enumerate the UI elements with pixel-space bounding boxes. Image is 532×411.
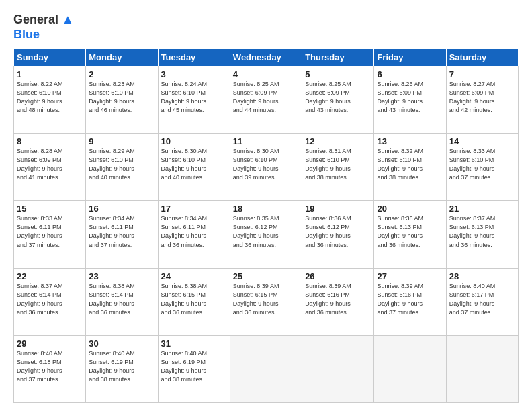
day-number: 3 — [161, 69, 227, 79]
day-info: Sunrise: 8:34 AM Sunset: 6:11 PM Dayligh… — [161, 214, 227, 249]
day-number: 8 — [17, 136, 83, 146]
calendar-cell: 16Sunrise: 8:34 AM Sunset: 6:11 PM Dayli… — [86, 201, 158, 268]
day-info: Sunrise: 8:30 AM Sunset: 6:10 PM Dayligh… — [233, 147, 299, 182]
day-number: 24 — [161, 271, 227, 281]
calendar-cell — [446, 335, 518, 402]
calendar-cell: 5Sunrise: 8:25 AM Sunset: 6:09 PM Daylig… — [302, 66, 374, 134]
day-number: 6 — [377, 69, 443, 79]
day-info: Sunrise: 8:36 AM Sunset: 6:12 PM Dayligh… — [305, 214, 371, 249]
day-info: Sunrise: 8:40 AM Sunset: 6:19 PM Dayligh… — [161, 349, 227, 384]
day-number: 4 — [233, 69, 299, 79]
day-info: Sunrise: 8:36 AM Sunset: 6:13 PM Dayligh… — [377, 214, 443, 249]
calendar-cell: 20Sunrise: 8:36 AM Sunset: 6:13 PM Dayli… — [374, 201, 446, 268]
weekday-header-tuesday: Tuesday — [158, 49, 230, 66]
calendar-cell: 10Sunrise: 8:30 AM Sunset: 6:10 PM Dayli… — [158, 134, 230, 201]
calendar-cell: 1Sunrise: 8:22 AM Sunset: 6:10 PM Daylig… — [14, 66, 86, 134]
calendar-cell: 6Sunrise: 8:26 AM Sunset: 6:09 PM Daylig… — [374, 66, 446, 134]
calendar-cell — [302, 335, 374, 402]
day-info: Sunrise: 8:23 AM Sunset: 6:10 PM Dayligh… — [89, 80, 154, 115]
day-info: Sunrise: 8:39 AM Sunset: 6:16 PM Dayligh… — [377, 282, 443, 317]
day-info: Sunrise: 8:31 AM Sunset: 6:10 PM Dayligh… — [305, 147, 371, 182]
calendar-cell: 23Sunrise: 8:38 AM Sunset: 6:14 PM Dayli… — [86, 268, 158, 335]
day-number: 29 — [17, 338, 83, 349]
logo-text: General — [13, 13, 58, 27]
logo-blue-text: Blue — [13, 28, 40, 42]
day-info: Sunrise: 8:37 AM Sunset: 6:13 PM Dayligh… — [449, 214, 515, 249]
calendar-cell — [374, 335, 446, 402]
day-number: 18 — [233, 203, 299, 214]
calendar-cell: 18Sunrise: 8:35 AM Sunset: 6:12 PM Dayli… — [230, 201, 302, 268]
calendar-cell: 9Sunrise: 8:29 AM Sunset: 6:10 PM Daylig… — [86, 134, 158, 201]
calendar-table: SundayMondayTuesdayWednesdayThursdayFrid… — [13, 48, 519, 403]
calendar-cell: 21Sunrise: 8:37 AM Sunset: 6:13 PM Dayli… — [446, 201, 518, 268]
day-info: Sunrise: 8:25 AM Sunset: 6:09 PM Dayligh… — [233, 80, 299, 115]
calendar-cell: 31Sunrise: 8:40 AM Sunset: 6:19 PM Dayli… — [158, 335, 230, 402]
calendar-cell: 7Sunrise: 8:27 AM Sunset: 6:09 PM Daylig… — [446, 66, 518, 134]
day-number: 12 — [305, 136, 371, 146]
day-number: 19 — [305, 203, 371, 214]
calendar-cell: 24Sunrise: 8:38 AM Sunset: 6:15 PM Dayli… — [158, 268, 230, 335]
day-info: Sunrise: 8:40 AM Sunset: 6:18 PM Dayligh… — [17, 349, 83, 384]
calendar-cell: 27Sunrise: 8:39 AM Sunset: 6:16 PM Dayli… — [374, 268, 446, 335]
day-info: Sunrise: 8:39 AM Sunset: 6:15 PM Dayligh… — [233, 282, 299, 317]
calendar-week-row: 22Sunrise: 8:37 AM Sunset: 6:14 PM Dayli… — [14, 268, 519, 335]
calendar-cell: 26Sunrise: 8:39 AM Sunset: 6:16 PM Dayli… — [302, 268, 374, 335]
day-info: Sunrise: 8:27 AM Sunset: 6:09 PM Dayligh… — [449, 80, 515, 115]
day-info: Sunrise: 8:40 AM Sunset: 6:17 PM Dayligh… — [449, 282, 515, 317]
day-number: 31 — [161, 338, 227, 349]
day-info: Sunrise: 8:28 AM Sunset: 6:09 PM Dayligh… — [17, 147, 83, 182]
day-info: Sunrise: 8:24 AM Sunset: 6:10 PM Dayligh… — [161, 80, 227, 115]
day-number: 30 — [89, 338, 154, 349]
day-info: Sunrise: 8:26 AM Sunset: 6:09 PM Dayligh… — [377, 80, 443, 115]
weekday-header-friday: Friday — [374, 49, 446, 66]
calendar-cell: 25Sunrise: 8:39 AM Sunset: 6:15 PM Dayli… — [230, 268, 302, 335]
day-info: Sunrise: 8:22 AM Sunset: 6:10 PM Dayligh… — [17, 80, 83, 115]
calendar-cell: 17Sunrise: 8:34 AM Sunset: 6:11 PM Dayli… — [158, 201, 230, 268]
day-number: 20 — [377, 203, 443, 214]
day-info: Sunrise: 8:30 AM Sunset: 6:10 PM Dayligh… — [161, 147, 227, 182]
day-number: 1 — [17, 69, 83, 79]
day-number: 2 — [89, 69, 154, 79]
day-info: Sunrise: 8:38 AM Sunset: 6:14 PM Dayligh… — [89, 282, 154, 317]
weekday-header-sunday: Sunday — [14, 49, 86, 66]
day-info: Sunrise: 8:38 AM Sunset: 6:15 PM Dayligh… — [161, 282, 227, 317]
calendar-cell: 8Sunrise: 8:28 AM Sunset: 6:09 PM Daylig… — [14, 134, 86, 201]
day-number: 7 — [449, 69, 515, 79]
day-info: Sunrise: 8:29 AM Sunset: 6:10 PM Dayligh… — [89, 147, 154, 182]
logo-bird-icon: ▲ — [61, 12, 75, 28]
calendar-cell: 3Sunrise: 8:24 AM Sunset: 6:10 PM Daylig… — [158, 66, 230, 134]
calendar-cell: 11Sunrise: 8:30 AM Sunset: 6:10 PM Dayli… — [230, 134, 302, 201]
day-number: 11 — [233, 136, 299, 146]
calendar-cell: 15Sunrise: 8:33 AM Sunset: 6:11 PM Dayli… — [14, 201, 86, 268]
day-info: Sunrise: 8:39 AM Sunset: 6:16 PM Dayligh… — [305, 282, 371, 317]
day-info: Sunrise: 8:32 AM Sunset: 6:10 PM Dayligh… — [377, 147, 443, 182]
day-number: 5 — [305, 69, 371, 79]
weekday-header-row: SundayMondayTuesdayWednesdayThursdayFrid… — [14, 49, 519, 66]
day-number: 14 — [449, 136, 515, 146]
day-number: 17 — [161, 203, 227, 214]
calendar-week-row: 1Sunrise: 8:22 AM Sunset: 6:10 PM Daylig… — [14, 66, 519, 134]
calendar-cell: 29Sunrise: 8:40 AM Sunset: 6:18 PM Dayli… — [14, 335, 86, 402]
calendar-cell — [230, 335, 302, 402]
calendar-body: 1Sunrise: 8:22 AM Sunset: 6:10 PM Daylig… — [14, 66, 519, 403]
day-info: Sunrise: 8:35 AM Sunset: 6:12 PM Dayligh… — [233, 214, 299, 249]
weekday-header-thursday: Thursday — [302, 49, 374, 66]
day-info: Sunrise: 8:34 AM Sunset: 6:11 PM Dayligh… — [89, 214, 154, 249]
day-number: 23 — [89, 271, 154, 281]
calendar-cell: 2Sunrise: 8:23 AM Sunset: 6:10 PM Daylig… — [86, 66, 158, 134]
calendar-cell: 19Sunrise: 8:36 AM Sunset: 6:12 PM Dayli… — [302, 201, 374, 268]
calendar-cell: 22Sunrise: 8:37 AM Sunset: 6:14 PM Dayli… — [14, 268, 86, 335]
day-info: Sunrise: 8:25 AM Sunset: 6:09 PM Dayligh… — [305, 80, 371, 115]
day-number: 21 — [449, 203, 515, 214]
day-number: 15 — [17, 203, 83, 214]
calendar-cell: 28Sunrise: 8:40 AM Sunset: 6:17 PM Dayli… — [446, 268, 518, 335]
day-info: Sunrise: 8:37 AM Sunset: 6:14 PM Dayligh… — [17, 282, 83, 317]
weekday-header-wednesday: Wednesday — [230, 49, 302, 66]
calendar-header: SundayMondayTuesdayWednesdayThursdayFrid… — [14, 49, 519, 66]
day-number: 10 — [161, 136, 227, 146]
day-info: Sunrise: 8:33 AM Sunset: 6:11 PM Dayligh… — [17, 214, 83, 249]
page: General ▲ Blue SundayMondayTuesdayWednes… — [0, 0, 532, 411]
day-number: 26 — [305, 271, 371, 281]
calendar-cell: 4Sunrise: 8:25 AM Sunset: 6:09 PM Daylig… — [230, 66, 302, 134]
calendar-cell: 14Sunrise: 8:33 AM Sunset: 6:10 PM Dayli… — [446, 134, 518, 201]
